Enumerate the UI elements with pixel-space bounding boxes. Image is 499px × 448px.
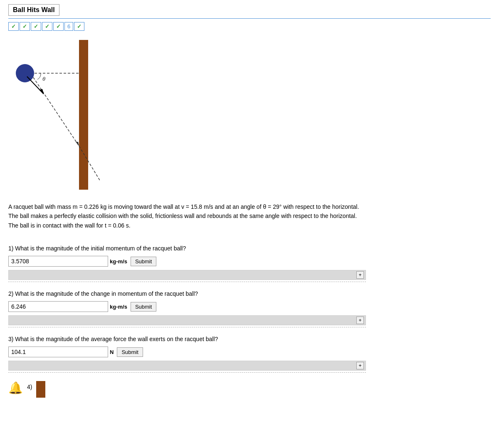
- problem-text: A racquet ball with mass m = 0.226 kg is…: [8, 202, 366, 230]
- question-2-plus-btn[interactable]: +: [356, 317, 364, 324]
- question-2-input[interactable]: [8, 301, 108, 312]
- question-4-number: 4): [27, 384, 32, 390]
- title-divider: [8, 18, 491, 19]
- question-2-block: 2) What is the magnitude of the change i…: [8, 290, 491, 327]
- diagram-area: θ: [8, 36, 100, 194]
- question-1-submit[interactable]: Submit: [131, 257, 156, 266]
- question-3-unit: N: [110, 349, 114, 355]
- question-3-submit[interactable]: Submit: [117, 347, 143, 357]
- incoming-path: [33, 77, 79, 146]
- check-btn-3[interactable]: ✓: [31, 22, 41, 31]
- question-3-label: 3) What is the magnitude of the average …: [8, 336, 366, 342]
- question-1-input[interactable]: [8, 256, 108, 267]
- question-3-block: 3) What is the magnitude of the average …: [8, 336, 491, 373]
- check-buttons-row: ✓ ✓ ✓ ✓ ✓ 6 ✓: [8, 22, 491, 31]
- question-2-answer-row: kg-m/s Submit: [8, 301, 491, 312]
- question-3-plus-btn[interactable]: +: [356, 362, 364, 369]
- question-1-unit: kg-m/s: [110, 258, 127, 265]
- bottom-row: 🔔 4): [8, 381, 491, 398]
- check-btn-6[interactable]: ✓: [74, 22, 84, 31]
- question-1-divider: [8, 282, 366, 282]
- bottom-icon: 🔔: [8, 381, 23, 395]
- question-1-block: 1) What is the magnitude of the initial …: [8, 245, 491, 282]
- question-3-divider: [8, 372, 366, 373]
- question-1-feedback-bar: +: [8, 270, 366, 280]
- check-btn-2[interactable]: ✓: [20, 22, 30, 31]
- question-3-input[interactable]: [8, 347, 108, 357]
- diagram-svg: θ: [8, 36, 100, 194]
- question-3-answer-row: N Submit: [8, 347, 491, 357]
- question-2-submit[interactable]: Submit: [131, 302, 156, 312]
- question-1-label: 1) What is the magnitude of the initial …: [8, 245, 366, 252]
- check-btn-5[interactable]: ✓: [53, 22, 64, 31]
- bottom-wall-icon: [36, 381, 45, 398]
- question-2-feedback-bar: +: [8, 315, 366, 325]
- incoming-arrowhead: [76, 142, 79, 146]
- question-1-answer-row: kg-m/s Submit: [8, 256, 491, 267]
- wall: [79, 40, 88, 190]
- ball: [16, 64, 34, 82]
- velocity-arrowhead: [39, 89, 44, 94]
- theta-arc: [37, 73, 41, 79]
- question-1-plus-btn[interactable]: +: [356, 271, 364, 279]
- check-btn-num[interactable]: 6: [64, 22, 73, 31]
- question-2-divider: [8, 327, 366, 327]
- svg-rect-0: [36, 381, 45, 398]
- question-3-feedback-bar: +: [8, 361, 366, 371]
- question-2-unit: kg-m/s: [110, 304, 127, 310]
- check-btn-4[interactable]: ✓: [42, 22, 52, 31]
- page-title: Ball Hits Wall: [8, 4, 59, 16]
- theta-label: θ: [42, 76, 45, 82]
- check-btn-1[interactable]: ✓: [8, 22, 19, 31]
- question-2-label: 2) What is the magnitude of the change i…: [8, 290, 366, 297]
